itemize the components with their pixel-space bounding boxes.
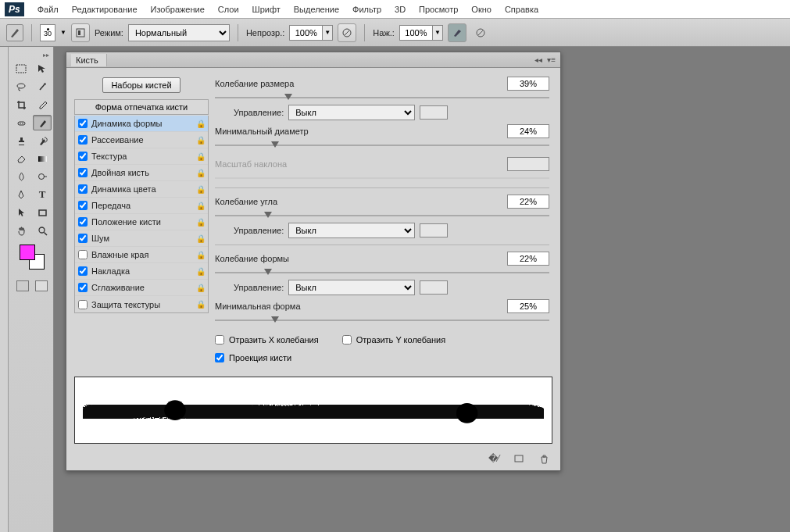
panel-collapse-icon[interactable]: ◂◂ <box>534 55 542 64</box>
flow-input[interactable]: ▼ <box>399 25 443 41</box>
menu-type[interactable]: Шрифт <box>247 2 288 17</box>
opacity-input[interactable]: ▼ <box>289 25 333 41</box>
tool-gradient[interactable] <box>33 151 52 166</box>
menu-select[interactable]: Выделение <box>288 2 347 17</box>
brush-option-10[interactable]: Сглаживание🔒 <box>75 280 208 296</box>
round-jitter-slider[interactable] <box>215 269 549 277</box>
brush-option-5[interactable]: Передача🔒 <box>75 198 208 214</box>
lock-icon[interactable]: 🔒 <box>196 300 205 309</box>
tool-lasso[interactable] <box>12 79 30 95</box>
tool-rect-marquee[interactable] <box>12 61 30 77</box>
current-tool-icon[interactable] <box>6 24 23 41</box>
tool-magic-wand[interactable] <box>33 79 52 95</box>
brush-option-11[interactable]: Защита текстуры🔒 <box>75 296 208 312</box>
flip-x-checkbox[interactable]: Отразить X колебания <box>215 332 319 348</box>
footer-new-icon[interactable] <box>512 453 526 464</box>
lock-icon[interactable]: 🔒 <box>196 169 205 177</box>
menu-image[interactable]: Изображение <box>145 2 213 17</box>
size-jitter-input[interactable] <box>507 77 549 91</box>
min-diameter-slider[interactable] <box>215 141 549 149</box>
brush-preset-picker[interactable]: 30 <box>40 24 55 41</box>
tool-eraser[interactable] <box>12 151 30 166</box>
angle-jitter-slider[interactable] <box>215 212 549 220</box>
brush-tip-header[interactable]: Форма отпечатка кисти <box>74 99 209 115</box>
brush-panel-toggle-icon[interactable] <box>71 23 90 42</box>
brush-option-check[interactable] <box>78 283 88 292</box>
brush-option-check[interactable] <box>78 184 88 194</box>
control3-select[interactable]: Выкл <box>288 280 415 295</box>
brush-option-2[interactable]: Текстура🔒 <box>75 148 208 165</box>
brush-option-4[interactable]: Динамика цвета🔒 <box>75 181 208 198</box>
panel-tab-brush[interactable]: Кисть <box>71 54 107 66</box>
control2-select[interactable]: Выкл <box>288 223 415 238</box>
tool-text[interactable]: T <box>33 187 52 202</box>
size-jitter-slider[interactable] <box>215 94 549 102</box>
brush-option-0[interactable]: Динамика формы🔒 <box>75 116 208 132</box>
brush-option-3[interactable]: Двойная кисть🔒 <box>75 165 208 181</box>
airbrush-icon[interactable] <box>448 23 466 42</box>
menu-filter[interactable]: Фильтр <box>347 2 389 17</box>
footer-toggle-icon[interactable]: �⁄ <box>487 453 501 464</box>
lock-icon[interactable]: 🔒 <box>196 267 205 276</box>
tool-crop[interactable] <box>12 97 30 112</box>
tool-zoom[interactable] <box>33 223 52 238</box>
foreground-color[interactable] <box>20 245 35 260</box>
tool-healing[interactable] <box>12 115 30 130</box>
brush-option-check[interactable] <box>78 266 88 276</box>
lock-icon[interactable]: 🔒 <box>196 251 205 259</box>
brush-option-check[interactable] <box>78 152 88 161</box>
blend-mode-select[interactable]: Нормальный <box>128 24 230 41</box>
tool-eyedropper[interactable] <box>33 97 52 112</box>
brush-option-6[interactable]: Положение кисти🔒 <box>75 214 208 230</box>
brush-option-check[interactable] <box>78 250 88 259</box>
brush-option-1[interactable]: Рассеивание🔒 <box>75 132 208 148</box>
menu-file[interactable]: Файл <box>32 2 66 17</box>
lock-icon[interactable]: 🔒 <box>196 185 205 194</box>
brush-option-check[interactable] <box>78 300 88 309</box>
menu-view[interactable]: Просмотр <box>413 2 466 17</box>
lock-icon[interactable]: 🔒 <box>196 136 205 145</box>
min-round-input[interactable] <box>507 299 549 313</box>
tool-hand[interactable] <box>12 223 30 238</box>
control1-select[interactable]: Выкл <box>288 105 415 120</box>
menu-layers[interactable]: Слои <box>213 2 247 17</box>
tool-path-select[interactable] <box>12 205 30 220</box>
lock-icon[interactable]: 🔒 <box>196 218 205 227</box>
footer-delete-icon[interactable] <box>537 453 551 464</box>
tool-brush[interactable] <box>33 115 52 130</box>
tool-dodge[interactable] <box>33 169 52 184</box>
panel-menu-icon[interactable]: ▾≡ <box>547 55 556 64</box>
opacity-pressure-icon[interactable] <box>338 23 356 42</box>
brush-option-check[interactable] <box>78 201 88 210</box>
size-pressure-icon[interactable] <box>471 23 490 42</box>
brush-option-check[interactable] <box>78 168 88 177</box>
menu-window[interactable]: Окно <box>466 2 499 17</box>
angle-jitter-input[interactable] <box>507 195 549 209</box>
min-round-slider[interactable] <box>215 316 549 324</box>
lock-icon[interactable]: 🔒 <box>196 152 205 161</box>
lock-icon[interactable]: 🔒 <box>196 120 205 128</box>
tool-shape[interactable] <box>33 205 52 220</box>
brush-option-check[interactable] <box>78 119 88 128</box>
toolbox-collapse[interactable] <box>0 47 9 532</box>
lock-icon[interactable]: 🔒 <box>196 284 205 292</box>
brush-option-check[interactable] <box>78 135 88 145</box>
tool-pen[interactable] <box>12 187 30 202</box>
tool-history-brush[interactable] <box>33 133 52 148</box>
flip-y-checkbox[interactable]: Отразить Y колебания <box>342 332 445 348</box>
quickmask-icon[interactable] <box>16 280 29 291</box>
brush-option-7[interactable]: Шум🔒 <box>75 230 208 247</box>
tool-blur[interactable] <box>12 169 30 184</box>
tool-move[interactable] <box>33 61 52 77</box>
tool-stamp[interactable] <box>12 133 30 148</box>
color-swatches[interactable] <box>20 245 45 270</box>
menu-help[interactable]: Справка <box>499 2 546 17</box>
brush-option-check[interactable] <box>78 234 88 243</box>
brush-presets-button[interactable]: Наборы кистей <box>102 77 180 93</box>
lock-icon[interactable]: 🔒 <box>196 234 205 243</box>
round-jitter-input[interactable] <box>507 252 549 266</box>
brush-option-check[interactable] <box>78 217 88 227</box>
menu-edit[interactable]: Редактирование <box>66 2 145 17</box>
screenmode-icon[interactable] <box>35 280 48 291</box>
menu-3d[interactable]: 3D <box>389 2 413 17</box>
